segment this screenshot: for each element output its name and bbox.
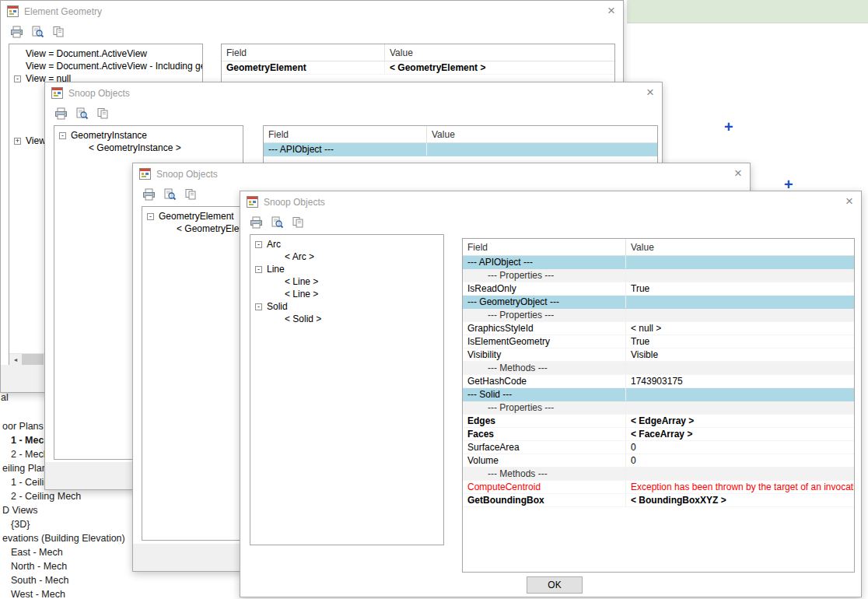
copy-to-clipboard-icon[interactable] [96, 107, 110, 120]
copy-to-clipboard-icon[interactable] [184, 188, 198, 201]
field-value-row[interactable]: GraphicsStyleId< null > [463, 322, 854, 335]
print-preview-icon[interactable] [163, 188, 177, 201]
field-column-header[interactable]: Field [463, 239, 626, 255]
tree-item-label: View = Document.ActiveView - Including g… [26, 61, 203, 72]
field-value-row[interactable]: IsElementGeometryTrue [463, 335, 854, 349]
tree-item[interactable]: < Line > [250, 275, 443, 288]
field-value-row[interactable]: --- Solid --- [463, 388, 854, 401]
field-cell: GetBoundingBox [463, 494, 626, 506]
field-value-row[interactable]: --- Methods --- [463, 468, 854, 481]
app-icon [7, 5, 19, 17]
field-value-row[interactable]: GetBoundingBox< BoundingBoxXYZ > [463, 494, 854, 507]
field-value-row[interactable]: --- APIObject --- [264, 143, 657, 156]
tree-item[interactable]: -GeometryInstance [54, 129, 243, 142]
tree-item[interactable]: < Arc > [250, 250, 443, 263]
field-value-row[interactable]: ComputeCentroidException has been thrown… [463, 481, 854, 494]
close-icon[interactable]: × [845, 194, 853, 209]
field-cell: Volume [463, 454, 626, 467]
tree-item-label: < Arc > [285, 251, 314, 262]
field-cell: Edges [463, 415, 626, 427]
value-cell: < null > [626, 322, 854, 335]
field-value-row[interactable]: IsReadOnlyTrue [463, 282, 854, 296]
print-preview-icon[interactable] [30, 26, 44, 38]
browser-partial-label: al [1, 392, 9, 403]
field-value-row[interactable]: Faces< FaceArray > [463, 428, 854, 441]
field-cell: IsReadOnly [463, 282, 626, 295]
value-column-header[interactable]: Value [626, 239, 854, 255]
toolbar [1, 22, 623, 42]
value-cell: 0 [626, 454, 854, 467]
titlebar[interactable]: Element Geometry × [1, 1, 623, 22]
tree-item-label: GeometryElement [159, 211, 234, 222]
print-icon[interactable] [249, 216, 263, 229]
minus-expander-icon[interactable]: - [255, 241, 262, 248]
scroll-left-icon[interactable]: ◄ [9, 357, 22, 363]
window-title: Snoop Objects [68, 88, 130, 99]
tree-item[interactable]: -Solid [250, 300, 443, 313]
tree-item-label: Line [267, 264, 285, 275]
field-value-row[interactable]: --- GeometryObject --- [463, 296, 854, 309]
print-icon[interactable] [9, 26, 23, 38]
field-column-header[interactable]: Field [264, 126, 427, 142]
copy-to-clipboard-icon[interactable] [51, 26, 65, 38]
field-value-grid: --- APIObject --- [264, 143, 657, 156]
copy-to-clipboard-icon[interactable] [291, 216, 305, 229]
value-column-header[interactable]: Value [385, 44, 614, 61]
minus-expander-icon[interactable]: - [14, 75, 21, 82]
tree-item[interactable]: < Line > [250, 288, 443, 300]
minus-expander-icon[interactable]: - [255, 266, 262, 273]
value-cell: 0 [626, 441, 854, 454]
minus-expander-icon[interactable]: - [255, 303, 262, 310]
tree-item[interactable]: View = Document.ActiveView - Including g… [9, 60, 202, 72]
field-cell: --- GeometryObject --- [463, 296, 626, 308]
titlebar[interactable]: Snoop Objects × [45, 82, 662, 103]
snoop-objects-window: Snoop Objects × -Arc< Arc >-Line< Line >… [240, 191, 862, 597]
project-browser-item[interactable]: South - Mech [0, 573, 233, 587]
print-preview-icon[interactable] [75, 107, 89, 120]
tree-item[interactable]: -Arc [250, 238, 443, 250]
tree-item-label: GeometryInstance [71, 130, 147, 141]
minus-expander-icon[interactable]: - [59, 132, 66, 139]
tree-item[interactable]: < Solid > [250, 313, 443, 325]
close-icon[interactable]: × [607, 3, 615, 19]
close-icon[interactable]: × [646, 85, 654, 100]
field-value-row[interactable]: --- Properties --- [463, 401, 854, 415]
value-column-header[interactable]: Value [427, 126, 657, 142]
field-column-header[interactable]: Field [222, 44, 385, 61]
print-icon[interactable] [142, 188, 156, 201]
field-value-row[interactable]: VisibilityVisible [463, 349, 854, 362]
tree-item[interactable]: View = Document.ActiveView [9, 47, 202, 60]
field-value-row[interactable]: --- Properties --- [463, 309, 854, 322]
titlebar[interactable]: Snoop Objects × [240, 191, 861, 212]
app-icon [139, 168, 151, 180]
field-cell: --- Properties --- [463, 401, 626, 414]
minus-expander-icon[interactable]: - [147, 213, 154, 220]
value-cell [626, 468, 854, 480]
geometry-object-tree-panel: -Arc< Arc >-Line< Line >< Line >-Solid< … [250, 234, 444, 545]
value-cell: < GeometryElement > [385, 61, 614, 74]
value-cell [626, 269, 854, 282]
field-value-row[interactable]: --- Properties --- [463, 269, 854, 282]
field-value-row[interactable]: Edges< EdgeArray > [463, 415, 854, 428]
field-cell: --- Properties --- [463, 269, 626, 282]
print-icon[interactable] [54, 107, 68, 120]
value-cell [626, 388, 854, 401]
ok-button[interactable]: OK [527, 576, 583, 594]
titlebar[interactable]: Snoop Objects × [133, 163, 750, 184]
value-cell [427, 143, 657, 156]
close-icon[interactable]: × [734, 166, 742, 181]
field-value-row[interactable]: GetHashCode1743903175 [463, 375, 854, 388]
print-preview-icon[interactable] [270, 216, 284, 229]
field-value-row[interactable]: --- Methods --- [463, 362, 854, 375]
field-value-row[interactable]: Volume0 [463, 454, 854, 468]
field-value-row[interactable]: GeometryElement< GeometryElement > [222, 61, 614, 75]
field-value-row[interactable]: --- APIObject --- [463, 256, 854, 269]
tree-item[interactable]: -Line [250, 263, 443, 275]
value-cell [626, 309, 854, 321]
field-value-row[interactable]: SurfaceArea0 [463, 441, 854, 454]
field-value-grid: --- APIObject ------ Properties ---IsRea… [463, 256, 854, 507]
plus-expander-icon[interactable]: + [14, 138, 21, 145]
app-icon [51, 87, 63, 99]
tree-item[interactable]: < GeometryInstance > [54, 142, 243, 154]
project-browser-item[interactable]: West - Mech [0, 587, 233, 599]
